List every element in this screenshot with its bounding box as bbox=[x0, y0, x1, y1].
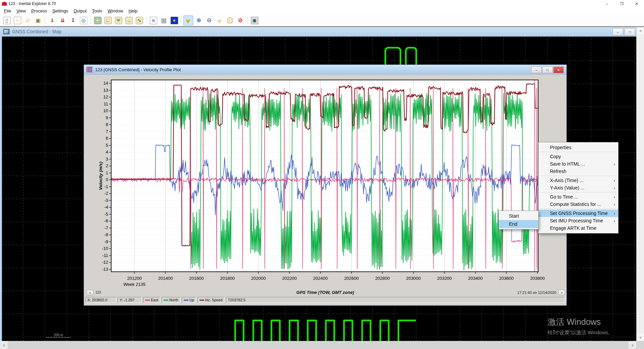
toolbar-antenna-view[interactable]: Ψ bbox=[114, 15, 123, 26]
scroll-up-arrow-icon[interactable]: ∧ bbox=[637, 27, 644, 34]
plot-timestamp: 17:21:40 on 12/14/2020 bbox=[517, 291, 556, 295]
plot-minimize-button[interactable]: – bbox=[531, 67, 542, 73]
context-menu-item-go-to-time[interactable]: Go to Time ...› bbox=[539, 193, 618, 201]
context-menu-item-save-to-html[interactable]: Save to HTML ...› bbox=[539, 160, 618, 168]
toolbar-zoom-out[interactable]: ⊖ bbox=[204, 15, 214, 26]
app-close-button[interactable]: ✕ bbox=[629, 0, 644, 7]
toolbar-new-document[interactable]: ▯ bbox=[2, 15, 12, 26]
toolbar-view-log[interactable]: ◎ bbox=[79, 15, 88, 26]
context-menu-item-compute-statistics[interactable]: Compute Statistics for ...› bbox=[539, 201, 618, 208]
toolbar-process-loosely-coupled[interactable]: ⇊ bbox=[58, 15, 68, 26]
context-menu-item-x-axis-time[interactable]: X-Axis (Time) ...› bbox=[539, 177, 618, 184]
toolbar-separator bbox=[146, 17, 146, 24]
plot-nav-row: GPS Time (TOW, GMT zone) < 123 17:21:40 … bbox=[84, 290, 566, 295]
scroll-left-arrow-icon[interactable]: ‹ bbox=[0, 341, 8, 349]
menu-file[interactable]: File bbox=[1, 8, 14, 14]
menu-separator bbox=[540, 176, 617, 176]
svg-text:5: 5 bbox=[106, 143, 108, 148]
save-icon: ▣ bbox=[35, 17, 42, 24]
submenu-arrow-icon: › bbox=[614, 178, 615, 183]
svg-text:201800: 201800 bbox=[220, 276, 234, 281]
svg-text:-1: -1 bbox=[104, 184, 108, 189]
menu-help[interactable]: Help bbox=[126, 8, 140, 14]
app-minimize-button[interactable]: – bbox=[600, 0, 614, 7]
map-window-left-border bbox=[0, 36, 2, 349]
toolbar-capture-window[interactable]: ▣ bbox=[250, 15, 259, 26]
toolbar-flight-trajectory[interactable]: ✈ bbox=[93, 15, 102, 26]
svg-text:203600: 203600 bbox=[499, 276, 514, 281]
toolbar-new-window[interactable]: ★ bbox=[169, 15, 179, 26]
svg-text:202000: 202000 bbox=[251, 276, 266, 281]
toolbar-process-gnss[interactable]: ⇓ bbox=[47, 15, 57, 26]
context-menu-item-set-imu-processing-time[interactable]: Set IMU Processing Time› bbox=[539, 217, 618, 224]
app-restore-button[interactable]: ❐ bbox=[614, 0, 629, 7]
app-icon bbox=[2, 2, 6, 6]
desktop: 123 - Inertial Explorer 8.70 – ❐ ✕ File … bbox=[0, 0, 644, 349]
svg-text:2: 2 bbox=[106, 163, 108, 168]
plot-window-buttons: – □ ✕ bbox=[531, 67, 564, 73]
context-menu-item-properties[interactable]: Properties bbox=[539, 144, 618, 151]
toolbar-axes-view[interactable]: ∟ bbox=[103, 15, 113, 26]
velocity-chart-canvas[interactable]: 14131211109876543210-1-2-3-4-5-6-7-8-9-1… bbox=[97, 74, 551, 289]
scroll-right-arrow-icon[interactable]: › bbox=[629, 341, 636, 349]
toolbar-new-project[interactable]: ☆ bbox=[12, 15, 22, 26]
svg-text:14: 14 bbox=[103, 81, 108, 86]
context-menu-item-copy[interactable]: Copy bbox=[539, 153, 618, 160]
context-menu-item-y-axis-value[interactable]: Y-Axis (Value) ...› bbox=[539, 184, 618, 191]
toolbar-separator bbox=[181, 17, 181, 24]
submenu-item-start[interactable]: Start bbox=[499, 212, 538, 220]
plot-close-button[interactable]: ✕ bbox=[553, 67, 564, 73]
nav-next-button[interactable]: > bbox=[558, 290, 565, 295]
map-vertical-scrollbar[interactable]: ∧ ∨ bbox=[636, 27, 644, 341]
axes-view-icon: ∟ bbox=[104, 17, 112, 24]
context-menu-item-refresh[interactable]: Refresh bbox=[539, 168, 618, 175]
menu-tools[interactable]: Tools bbox=[89, 8, 105, 14]
toolbar-zoom-window[interactable]: ▷ bbox=[215, 15, 224, 26]
menu-process[interactable]: Process bbox=[29, 8, 50, 14]
legend-label: Hz. Speed bbox=[205, 298, 222, 302]
map-restore-button[interactable]: □ bbox=[625, 28, 635, 36]
submenu-item-end[interactable]: End bbox=[499, 220, 538, 228]
map-horizontal-scrollbar[interactable]: ‹ › bbox=[0, 341, 644, 349]
toolbar-signal-plot[interactable]: ∿ bbox=[134, 15, 144, 26]
capture-window-icon: ▣ bbox=[251, 17, 258, 24]
context-menu-item-set-gnss-processing-time[interactable]: Set GNSS Processing Time› bbox=[539, 210, 618, 217]
select-tool-icon: ▶ bbox=[183, 15, 193, 25]
svg-text:4: 4 bbox=[106, 149, 108, 155]
nav-prev-button[interactable]: < bbox=[87, 290, 93, 295]
toolbar-select-tool[interactable]: ▶ bbox=[183, 15, 193, 26]
plot-body: 14131211109876543210-1-2-3-4-5-6-7-8-9-1… bbox=[84, 74, 566, 306]
zoom-in-icon: ⊕ bbox=[195, 17, 203, 24]
toolbar-stop-tool[interactable]: ⊘ bbox=[235, 15, 245, 26]
scroll-down-arrow-icon[interactable]: ∨ bbox=[637, 334, 644, 341]
map-minimize-button[interactable]: – bbox=[612, 28, 623, 36]
antenna-view-icon: Ψ bbox=[115, 17, 122, 24]
svg-text:Velocity (m/s): Velocity (m/s) bbox=[98, 162, 103, 190]
legend-label: North bbox=[169, 298, 178, 302]
menu-view[interactable]: View bbox=[14, 8, 29, 14]
toolbar-results-plot[interactable]: ≋ bbox=[148, 15, 158, 26]
toolbar-separator bbox=[45, 17, 45, 24]
toolbar-save[interactable]: ▣ bbox=[33, 15, 43, 26]
toolbar-map-view[interactable]: ▦ bbox=[159, 15, 169, 26]
open-file-icon: ▱ bbox=[24, 17, 32, 24]
toolbar-open-file[interactable]: ▱ bbox=[23, 15, 33, 26]
plot-window-titlebar[interactable]: 123 [GNSS Combined] - Velocity Profile P… bbox=[84, 65, 566, 75]
menu-output[interactable]: Output bbox=[71, 8, 89, 14]
toolbar-zoom-in[interactable]: ⊕ bbox=[194, 15, 204, 26]
toolbar-export-wizard[interactable]: → bbox=[124, 15, 134, 26]
svg-text:-13: -13 bbox=[102, 267, 108, 272]
context-menu-item-engage-artk-at-time[interactable]: Engage ARTK at Time bbox=[539, 224, 618, 232]
toolbar-separator bbox=[247, 17, 248, 24]
menu-window[interactable]: Window bbox=[105, 8, 126, 14]
svg-text:3: 3 bbox=[106, 157, 108, 162]
toolbar-process-imu[interactable]: ↧ bbox=[68, 15, 78, 26]
svg-text:1: 1 bbox=[106, 170, 108, 175]
signal-plot-icon: ∿ bbox=[136, 17, 143, 24]
menu-settings[interactable]: Settings bbox=[50, 8, 71, 14]
pan-hand-icon bbox=[227, 17, 232, 23]
plot-restore-button[interactable]: □ bbox=[542, 67, 553, 73]
svg-text:13: 13 bbox=[103, 88, 108, 93]
toolbar-pan-tool[interactable] bbox=[225, 15, 235, 26]
legend-swatch bbox=[200, 300, 204, 301]
